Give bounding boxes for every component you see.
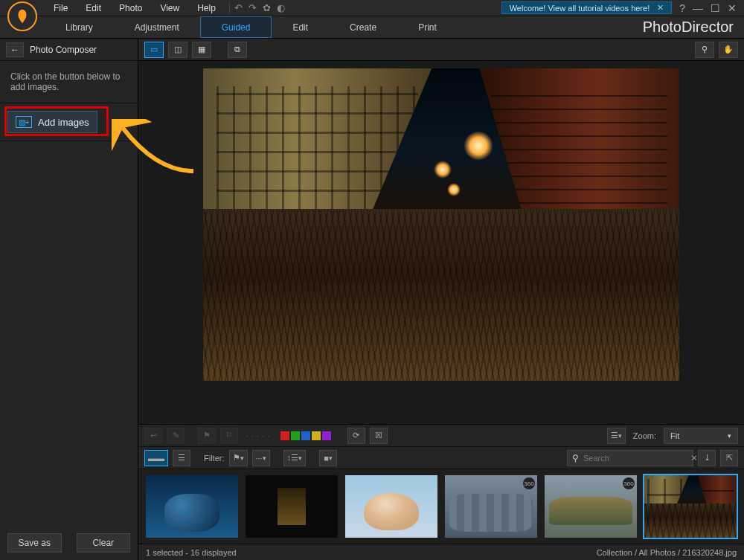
close-icon[interactable]: ✕ <box>657 3 664 13</box>
zoom-tool-icon[interactable]: ⚲ <box>695 42 714 58</box>
zoom-select[interactable]: Fit ▾ <box>664 428 738 444</box>
color-swatch[interactable] <box>280 431 289 440</box>
help-icon[interactable]: ? <box>679 2 685 14</box>
add-images-button[interactable]: ▧+ Add images <box>7 111 97 133</box>
view-toolbar: ▭ ◫ ▦ ⧉ ⚲ ✋ <box>138 39 744 61</box>
preview-image <box>203 68 679 381</box>
tab-create[interactable]: Create <box>329 16 397 38</box>
search-box[interactable]: ⚲ ✕ <box>567 450 693 466</box>
reject-flag-icon: ⚐ <box>220 428 238 444</box>
view-single-icon[interactable]: ▭ <box>144 42 164 58</box>
export-icon[interactable]: ⇱ <box>720 450 738 466</box>
360-badge-icon: 360 <box>623 477 635 489</box>
status-path: Collection / All Photos / 216320248.jpg <box>597 548 737 557</box>
tab-edit[interactable]: Edit <box>272 16 329 38</box>
filter-more-icon[interactable]: ···▾ <box>252 450 270 466</box>
flag-icon: ⚑ <box>198 428 216 444</box>
menu-view[interactable]: View <box>151 3 188 13</box>
thumbnail[interactable] <box>246 475 338 538</box>
list-view-icon[interactable]: ☰ <box>173 450 190 466</box>
arrow-left-icon: ← <box>10 45 19 55</box>
minimize-icon[interactable]: — <box>693 2 703 14</box>
redo-icon[interactable]: ↷ <box>248 2 257 13</box>
color-swatch[interactable] <box>301 431 310 440</box>
add-images-label: Add images <box>38 117 89 128</box>
tab-adjustment[interactable]: Adjustment <box>114 16 200 38</box>
color-swatch[interactable] <box>322 431 331 440</box>
statusbar: 1 selected - 16 displayed Collection / A… <box>138 544 744 560</box>
undo-icon[interactable]: ↶ <box>234 2 243 13</box>
separator <box>229 3 230 13</box>
menu-file[interactable]: File <box>45 3 77 13</box>
filter-flag-icon[interactable]: ⚑▾ <box>229 450 248 466</box>
rotate-icon[interactable]: ⟳ <box>347 428 365 444</box>
thumbnail[interactable]: 360 <box>445 475 537 538</box>
menubar: File Edit Photo View Help ↶ ↷ ✿ ◐ Welcom… <box>0 0 744 16</box>
app-logo[interactable] <box>7 1 37 31</box>
add-image-icon: ▧+ <box>16 116 32 128</box>
color-swatch[interactable] <box>291 431 300 440</box>
thumbnail[interactable]: 360 <box>545 475 637 538</box>
zoom-label: Zoom: <box>633 431 656 440</box>
left-panel: ← Photo Composer Click on the button bel… <box>0 39 138 560</box>
filter-label: Filter: <box>204 454 225 463</box>
filter-color-icon[interactable]: ■▾ <box>319 450 337 466</box>
panel-instruction: Click on the button below to add images. <box>0 61 138 103</box>
tab-guided[interactable]: Guided <box>200 16 272 38</box>
menu-edit[interactable]: Edit <box>77 3 110 13</box>
crop-icon[interactable]: ☒ <box>370 428 388 444</box>
tutorial-banner-text: Welcome! View all tutorial videos here! <box>510 4 650 13</box>
rating-dots[interactable]: ····· <box>246 431 273 441</box>
brush-icon: ✎ <box>167 428 185 444</box>
settings-icon[interactable]: ✿ <box>263 2 271 13</box>
brand-label: PhotoDirector <box>643 16 734 38</box>
menu-help[interactable]: Help <box>188 3 225 13</box>
panel-options-icon[interactable]: ☰ ▾ <box>607 428 626 444</box>
tab-library[interactable]: Library <box>45 16 114 38</box>
sort-icon[interactable]: ↕☰▾ <box>283 450 307 466</box>
right-content: ▭ ◫ ▦ ⧉ ⚲ ✋ ↩ ✎ ⚑ <box>138 39 744 560</box>
view-compare-icon[interactable]: ◫ <box>168 42 187 58</box>
thumbnail[interactable] <box>146 475 238 538</box>
chevron-down-icon: ▾ <box>728 432 731 440</box>
view-secondary-icon[interactable]: ⧉ <box>228 42 247 58</box>
history-back-icon: ↩ <box>144 428 162 444</box>
search-input[interactable] <box>583 454 686 463</box>
filmstrip-view-icon[interactable]: ▬▬ <box>144 450 168 466</box>
maximize-icon[interactable]: ☐ <box>711 2 720 14</box>
tab-print[interactable]: Print <box>397 16 458 38</box>
filmstrip[interactable]: 360 360 🏷 <box>138 469 744 544</box>
thumbnail[interactable]: 🏷 <box>644 475 737 538</box>
back-button[interactable]: ← <box>6 42 24 57</box>
thumbnail[interactable] <box>345 475 437 538</box>
zoom-value: Fit <box>670 431 679 440</box>
pan-tool-icon[interactable]: ✋ <box>719 42 738 58</box>
360-badge-icon: 360 <box>523 477 535 489</box>
status-selection: 1 selected - 16 displayed <box>146 548 237 557</box>
clear-search-icon[interactable]: ✕ <box>690 453 698 463</box>
tutorial-banner[interactable]: Welcome! View all tutorial videos here! … <box>501 1 673 14</box>
mode-tabs: Library Adjustment Guided Edit Create Pr… <box>0 16 744 39</box>
notifications-icon[interactable]: ◐ <box>277 2 285 13</box>
color-swatch[interactable] <box>312 431 321 440</box>
menu-photo[interactable]: Photo <box>110 3 151 13</box>
view-grid-icon[interactable]: ▦ <box>192 42 211 58</box>
panel-title: Photo Composer <box>30 45 97 55</box>
lower-toolbar: ↩ ✎ ⚑ ⚐ ····· ⟳ ☒ ☰ ▾ Zoom: Fit ▾ ▬▬ <box>138 424 744 560</box>
close-window-icon[interactable]: ✕ <box>728 2 737 14</box>
search-icon: ⚲ <box>572 453 579 463</box>
save-as-button[interactable]: Save as <box>7 533 62 553</box>
import-icon[interactable]: ⤓ <box>698 450 716 466</box>
clear-button[interactable]: Clear <box>77 533 131 553</box>
preview-area[interactable] <box>138 61 744 424</box>
